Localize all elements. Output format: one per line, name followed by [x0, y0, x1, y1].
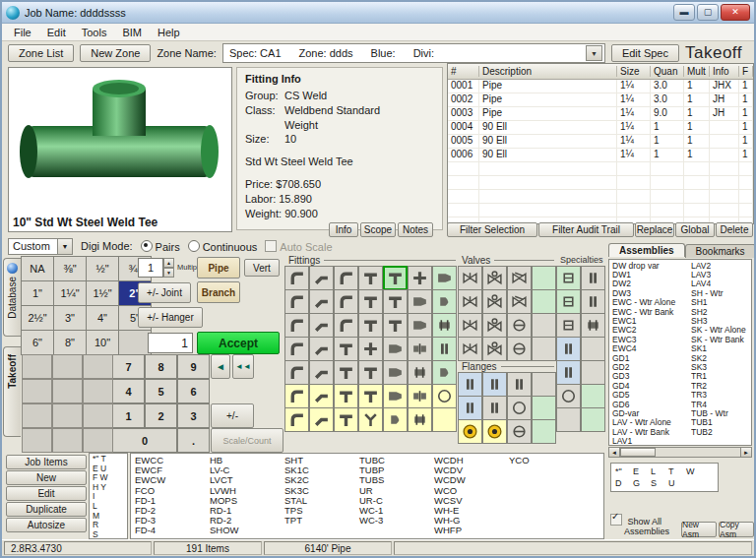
fitting-elbow90-button[interactable] [284, 384, 309, 408]
fitting-union-button[interactable] [408, 384, 432, 408]
valve-valve-button[interactable] [458, 266, 482, 290]
fitting-elbow45-button[interactable] [309, 289, 334, 314]
chevron-down-icon[interactable]: ▼ [586, 45, 602, 61]
assembly-row[interactable]: DW1LAV3 [612, 270, 751, 279]
assembly-row[interactable]: DW2LAV4 [612, 279, 751, 288]
menu-item-edit[interactable]: Edit [39, 26, 74, 39]
filter-letter[interactable]: *" [615, 465, 633, 477]
fitting-cap-button[interactable] [432, 289, 457, 314]
replace-button[interactable]: Replace [635, 222, 674, 237]
specialty-coupling-button[interactable] [581, 313, 605, 338]
size-button-1[interactable]: 1" [21, 280, 54, 306]
auto-scale-checkbox[interactable]: Auto Scale [265, 240, 332, 253]
table-row[interactable]: 000590 Ell1¼111 [448, 135, 753, 149]
fitting-elbow45-button[interactable] [309, 313, 334, 338]
multiples-input[interactable]: 1 [138, 258, 163, 278]
edit-spec-button[interactable]: Edit Spec [611, 44, 679, 62]
menu-item-tools[interactable]: Tools [74, 26, 115, 39]
preset-select[interactable]: Custom ▼ [8, 238, 73, 255]
fitting-elbow45-button[interactable] [309, 407, 334, 432]
size-button-blank[interactable]: ½" [86, 256, 119, 281]
column-header-size[interactable]: Size [617, 66, 651, 77]
specialty-blank-button[interactable] [581, 407, 605, 432]
table-row[interactable]: 0003Pipe1¼9.01JH1 [448, 107, 753, 121]
fitting-wye-button[interactable] [358, 407, 383, 432]
flange-circleo-button[interactable] [507, 396, 532, 420]
fitting-elbow90-button[interactable] [284, 313, 309, 338]
assembly-row[interactable]: GD3TR1 [612, 372, 751, 381]
filter-audit-trail-button[interactable]: Filter Audit Trail [538, 222, 634, 237]
fixture-letter[interactable]: S [93, 530, 124, 540]
menu-item-file[interactable]: File [6, 26, 39, 39]
table-row[interactable]: 000690 Ell1¼111 [448, 149, 753, 162]
fitting-coupling-button[interactable] [408, 360, 432, 385]
assembly-row[interactable]: EWC3SK - Wtr Bank [612, 335, 751, 343]
assembly-row[interactable]: LAV1 [612, 436, 751, 445]
pipe-button[interactable]: Pipe [197, 257, 240, 279]
assembly-row[interactable]: EWC4SK1 [612, 344, 751, 353]
flange-blank-button[interactable] [532, 372, 556, 397]
back-button[interactable]: ◄ [211, 354, 230, 379]
fitting-coupling-button[interactable] [432, 313, 457, 338]
fitting-reducer-button[interactable] [383, 384, 408, 408]
assembly-row[interactable]: GD2SK3 [612, 362, 751, 371]
fitting-union-button[interactable] [408, 337, 432, 361]
filter-letter[interactable]: E [633, 465, 651, 477]
assembly-row[interactable]: GD-varTUB - Wtr [612, 408, 751, 417]
specialty-spec-button[interactable] [556, 266, 581, 290]
valve-valveg-button[interactable] [482, 337, 507, 361]
assembly-row[interactable]: EWC2SK - Wtr Alone [612, 326, 751, 335]
scroll-right-icon[interactable]: ► [740, 448, 751, 457]
column-header-mult[interactable]: Mult [684, 66, 710, 77]
assembly-letter-filter[interactable]: *"ELTW DGSU [610, 463, 719, 492]
fitting-elbow90-button[interactable] [284, 360, 309, 385]
assembly-row[interactable]: EWC - Wtr AloneSH1 [612, 298, 751, 307]
valve-valve-button[interactable] [458, 289, 482, 314]
fitting-elbow90-button[interactable] [284, 337, 309, 361]
specialty-blank-button[interactable] [581, 337, 605, 361]
continuous-radio[interactable]: Continuous [188, 240, 258, 253]
key-1[interactable]: 1 [112, 403, 145, 428]
key-9[interactable]: 9 [177, 354, 210, 379]
fitting-elbow90-button[interactable] [284, 289, 309, 314]
fitting-tee-button[interactable] [334, 360, 358, 385]
scroll-thumb[interactable] [620, 448, 656, 457]
clear-button[interactable]: ◄◄ [232, 354, 254, 379]
fitting-reducer-button[interactable] [408, 289, 432, 314]
fitting-cap-button[interactable] [383, 407, 408, 432]
show-all-assemblies-checkbox[interactable]: Show All Assemblies [610, 514, 679, 536]
autosize-button[interactable]: Autosize [6, 518, 87, 532]
assembly-row[interactable]: GD6TR4 [612, 400, 751, 408]
notes-button[interactable]: Notes [398, 222, 433, 237]
valve-valve-button[interactable] [458, 337, 482, 361]
valve-ball-button[interactable] [507, 337, 532, 361]
filter-letter[interactable]: W [686, 465, 704, 477]
column-header-quan[interactable]: Quan [651, 66, 684, 77]
tab-database[interactable]: Database [3, 258, 21, 337]
column-header-blank[interactable]: # [448, 66, 479, 77]
fitting-tee-button[interactable] [358, 384, 383, 408]
fixture-letter[interactable]: H Y [93, 483, 124, 493]
flange-flange-button[interactable] [482, 372, 507, 397]
zone-list-button[interactable]: Zone List [8, 44, 74, 62]
fitting-coupling-button[interactable] [408, 407, 432, 432]
size-button-8[interactable]: 8" [53, 330, 87, 355]
job-items-button[interactable]: Job Items [6, 455, 87, 469]
valve-blank-button[interactable] [532, 337, 556, 361]
scale-count-button[interactable]: Scale/Count [211, 428, 284, 453]
key-5[interactable]: 5 [145, 379, 177, 403]
assembly-row[interactable]: LAV - Wtr AloneTUB1 [612, 418, 751, 427]
assembly-row[interactable]: LAV - Wtr BankTUB2 [612, 427, 751, 436]
flange-blank-button[interactable] [532, 419, 556, 444]
size-button-3[interactable]: 3" [53, 305, 87, 331]
fitting-cross-button[interactable] [358, 337, 383, 361]
key-8[interactable]: 8 [145, 354, 177, 379]
tab-bookmarks[interactable]: Bookmarks [685, 244, 756, 258]
valve-valve-button[interactable] [458, 313, 482, 338]
table-row[interactable] [448, 162, 753, 176]
flange-ball-button[interactable] [507, 419, 532, 444]
chevron-down-icon[interactable]: ▼ [57, 239, 72, 254]
filter-letter[interactable]: D [615, 477, 633, 489]
fitting-elbow90-button[interactable] [284, 407, 309, 432]
fitting-reducer-button[interactable] [383, 360, 408, 385]
